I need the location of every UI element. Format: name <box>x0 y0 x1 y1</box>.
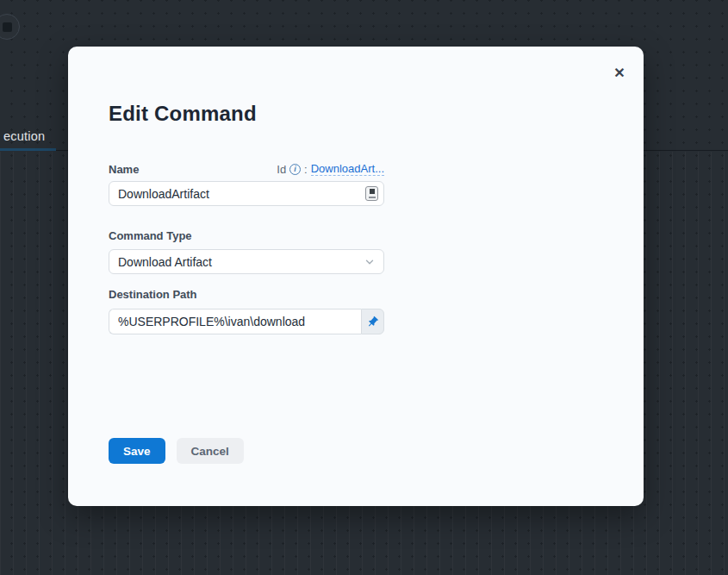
info-icon[interactable]: i <box>289 164 301 175</box>
pushpin-icon <box>364 312 382 330</box>
cancel-button[interactable]: Cancel <box>177 438 244 464</box>
name-input[interactable] <box>109 181 384 206</box>
command-type-select[interactable]: Download Artifact <box>109 249 384 274</box>
app-background: ecution ✕ Edit Command Name Id i : Downl… <box>0 0 728 575</box>
stop-button[interactable] <box>0 14 20 40</box>
command-type-label: Command Type <box>109 229 192 242</box>
command-id-link[interactable]: DownloadArt... <box>311 162 384 176</box>
id-label: Id <box>277 163 286 176</box>
stop-square-icon <box>3 22 12 32</box>
destination-path-group <box>109 309 384 334</box>
chevron-down-icon <box>364 256 376 268</box>
command-id-info: Id i : DownloadArt... <box>277 162 384 176</box>
id-separator: : <box>304 163 308 176</box>
destination-path-input[interactable] <box>109 309 361 334</box>
modal-title: Edit Command <box>109 102 257 126</box>
name-label: Name <box>109 163 139 176</box>
save-button[interactable]: Save <box>109 438 165 464</box>
edit-command-modal: ✕ Edit Command Name Id i : DownloadArt..… <box>68 47 644 506</box>
command-type-value: Download Artifact <box>118 255 212 269</box>
modal-actions: Save Cancel <box>109 438 244 464</box>
close-icon[interactable]: ✕ <box>610 64 629 83</box>
autofill-icon[interactable] <box>365 186 378 201</box>
name-label-row: Name Id i : DownloadArt... <box>109 162 384 176</box>
name-input-wrap <box>109 181 384 206</box>
pin-button[interactable] <box>361 309 384 334</box>
active-tab-indicator <box>0 148 56 151</box>
tab-execution[interactable]: ecution <box>3 129 45 143</box>
destination-path-label: Destination Path <box>109 288 197 301</box>
